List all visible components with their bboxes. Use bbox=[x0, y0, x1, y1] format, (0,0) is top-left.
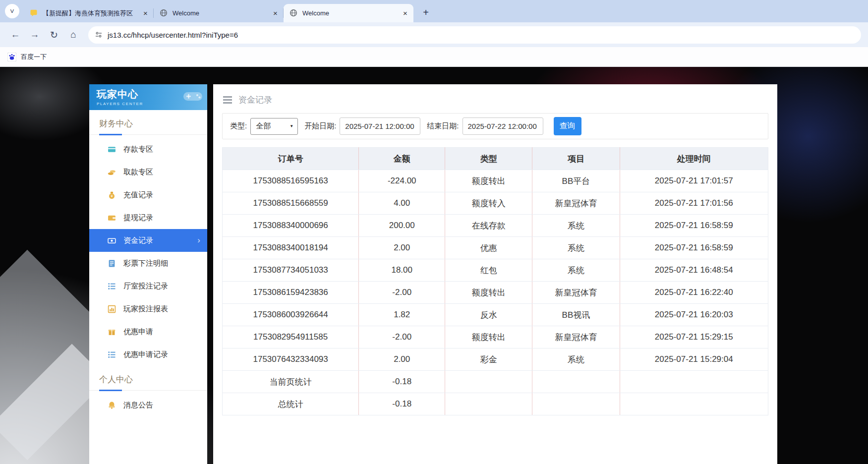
globe-favicon bbox=[289, 9, 298, 17]
sidebar-item-promo-record[interactable]: 优惠申请记录 bbox=[89, 343, 207, 366]
table-row: 1753088340000696200.00在线存款系统2025-07-21 1… bbox=[223, 215, 768, 237]
search-button[interactable]: 查询 bbox=[554, 117, 581, 135]
sidebar-item-recharge-record[interactable]: ¥充值记录 bbox=[89, 183, 207, 206]
sidebar-item-hall-bet-record[interactable]: 厅室投注记录 bbox=[89, 275, 207, 297]
type-select[interactable]: 全部 ▼ bbox=[250, 118, 298, 135]
reload-button[interactable]: ↻ bbox=[46, 26, 62, 43]
tabs-container: 【新提醒】海燕体育预测推荐区×Welcome×Welcome× bbox=[24, 0, 413, 22]
table-cell bbox=[620, 371, 768, 393]
table-cell: 1753076432334093 bbox=[223, 348, 359, 371]
browser-tab[interactable]: Welcome× bbox=[154, 4, 284, 22]
table-row: 17530885156685594.00额度转入新皇冠体育2025-07-21 … bbox=[223, 192, 768, 215]
dropdown-arrow-icon: ▼ bbox=[289, 124, 293, 128]
menu-icon[interactable] bbox=[223, 99, 232, 101]
table-header-cell: 订单号 bbox=[223, 148, 359, 170]
back-button[interactable]: ← bbox=[7, 26, 24, 43]
deposit-card-icon bbox=[107, 145, 116, 154]
promo-apply-icon bbox=[107, 328, 116, 336]
url-text[interactable]: js13.cc/hhcp/usercenter.html?iniType=6 bbox=[108, 31, 238, 39]
table-cell: 额度转出 bbox=[445, 326, 532, 348]
table-cell: 系统 bbox=[532, 237, 620, 259]
table-cell: -2.00 bbox=[359, 282, 445, 304]
table-row: 17530860039266441.82反水BB视讯2025-07-21 16:… bbox=[223, 304, 768, 326]
sidebar-item-lottery-detail[interactable]: 彩票下注明细 bbox=[89, 252, 207, 275]
table-cell bbox=[532, 393, 620, 415]
table-cell: -2.00 bbox=[359, 326, 445, 348]
tab-close-icon[interactable]: × bbox=[140, 8, 151, 18]
table-cell: 系统 bbox=[532, 259, 620, 282]
sidebar-item-label: 优惠申请记录 bbox=[123, 350, 168, 359]
table-cell: 当前页统计 bbox=[223, 371, 359, 393]
table-cell: 额度转出 bbox=[445, 282, 532, 304]
table-header-cell: 金额 bbox=[359, 148, 445, 170]
tab-search-button[interactable]: ˅ bbox=[5, 4, 19, 18]
browser-toolbar: ← → ↻ ⌂ js13.cc/hhcp/usercenter.html?ini… bbox=[0, 22, 868, 47]
bell-icon bbox=[107, 401, 116, 409]
table-header-row: 订单号金额类型项目处理时间 bbox=[223, 148, 768, 170]
table-cell: 1.82 bbox=[359, 304, 445, 326]
bet-report-icon bbox=[107, 305, 116, 313]
sidebar-item-cashout-record[interactable]: 提现记录 bbox=[89, 206, 207, 229]
filter-bar: 类型: 全部 ▼ 开始日期: 结束日期: 查询 bbox=[222, 113, 768, 139]
sidebar-item-funds-record[interactable]: 资金记录› bbox=[89, 229, 207, 252]
table-cell: 2025-07-21 17:01:57 bbox=[620, 170, 768, 192]
table-row: 总统计-0.18 bbox=[223, 393, 768, 415]
tab-title: Welcome bbox=[173, 9, 267, 17]
sidebar-item-label: 玩家投注报表 bbox=[123, 304, 168, 314]
table-cell: 2025-07-21 16:22:40 bbox=[620, 282, 768, 304]
table-cell: 1753088515668559 bbox=[223, 192, 359, 215]
table-cell: 新皇冠体育 bbox=[532, 326, 620, 348]
chevron-right-icon: › bbox=[197, 235, 200, 245]
table-cell: 1753086003926644 bbox=[223, 304, 359, 326]
sidebar-item-bell[interactable]: 消息公告 bbox=[89, 394, 207, 416]
table-cell: 2.00 bbox=[359, 237, 445, 259]
table-cell: 200.00 bbox=[359, 215, 445, 237]
browser-tab[interactable]: Welcome× bbox=[284, 4, 413, 22]
home-button[interactable]: ⌂ bbox=[65, 26, 82, 43]
browser-tab[interactable]: 【新提醒】海燕体育预测推荐区× bbox=[24, 4, 154, 22]
table-cell: 2025-07-21 16:58:59 bbox=[620, 215, 768, 237]
type-select-value: 全部 bbox=[256, 121, 271, 131]
table-cell: BB视讯 bbox=[532, 304, 620, 326]
table-header-cell: 类型 bbox=[445, 148, 532, 170]
sidebar-item-label: 取款专区 bbox=[123, 168, 153, 177]
table-row: 175308773405103318.00红包系统2025-07-21 16:4… bbox=[223, 259, 768, 282]
sidebar-item-label: 优惠申请 bbox=[123, 327, 153, 337]
end-date-input[interactable] bbox=[463, 117, 543, 135]
forward-button[interactable]: → bbox=[26, 26, 43, 43]
end-date-label: 结束日期: bbox=[427, 121, 459, 131]
cashout-record-icon bbox=[107, 214, 116, 222]
table-cell: -224.00 bbox=[359, 170, 445, 192]
table-cell: 2025-07-21 16:20:03 bbox=[620, 304, 768, 326]
table-body: 1753088516595163-224.00额度转出BB平台2025-07-2… bbox=[223, 170, 768, 415]
sidebar-item-withdraw-coins[interactable]: 取款专区 bbox=[89, 161, 207, 183]
tab-close-icon[interactable]: × bbox=[400, 8, 410, 18]
tab-strip: ˅ 【新提醒】海燕体育预测推荐区×Welcome×Welcome× + bbox=[0, 0, 868, 22]
funds-record-icon bbox=[107, 236, 116, 245]
withdraw-coins-icon bbox=[107, 168, 116, 176]
site-settings-icon[interactable] bbox=[95, 31, 103, 39]
new-tab-button[interactable]: + bbox=[418, 5, 433, 20]
table-cell: 系统 bbox=[532, 215, 620, 237]
sidebar-item-deposit-card[interactable]: 存款专区 bbox=[89, 138, 207, 161]
address-bar[interactable]: js13.cc/hhcp/usercenter.html?iniType=6 bbox=[88, 26, 861, 44]
tab-close-icon[interactable]: × bbox=[270, 8, 281, 18]
table-cell: 新皇冠体育 bbox=[532, 282, 620, 304]
table-cell: 优惠 bbox=[445, 237, 532, 259]
sidebar-item-promo-apply[interactable]: 优惠申请 bbox=[89, 320, 207, 343]
start-date-input[interactable] bbox=[340, 117, 420, 135]
table-cell: 2025-07-21 15:29:15 bbox=[620, 326, 768, 348]
table-cell: -0.18 bbox=[359, 371, 445, 393]
table-cell: 系统 bbox=[532, 348, 620, 371]
sidebar-item-bet-report[interactable]: 玩家投注报表 bbox=[89, 297, 207, 320]
table-cell: 2025-07-21 15:29:04 bbox=[620, 348, 768, 371]
panel-header: 资金记录 bbox=[213, 84, 777, 112]
table-cell: 1753088340018194 bbox=[223, 237, 359, 259]
table-cell: 1753086159423836 bbox=[223, 282, 359, 304]
bookmark-baidu[interactable]: 百度一下 bbox=[7, 53, 47, 61]
sidebar-item-label: 厅室投注记录 bbox=[123, 282, 168, 291]
table-cell: 反水 bbox=[445, 304, 532, 326]
table-header-cell: 处理时间 bbox=[620, 148, 768, 170]
sidebar-item-label: 消息公告 bbox=[123, 401, 153, 410]
table-row: 1753088516595163-224.00额度转出BB平台2025-07-2… bbox=[223, 170, 768, 192]
